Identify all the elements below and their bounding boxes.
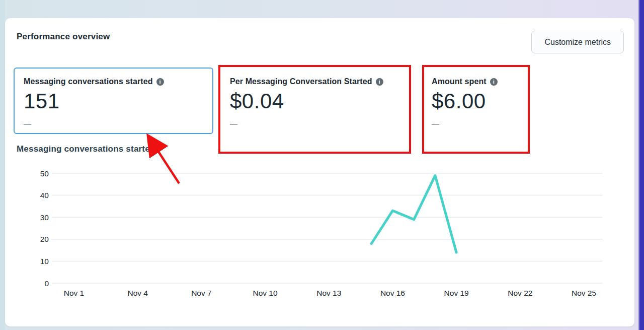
metric-label-row: Messaging conversations started i (24, 77, 207, 86)
x-axis-tick-label: Nov 7 (191, 289, 212, 297)
metric-card-amount-spent[interactable]: Amount spent i $6.00 — (422, 65, 530, 154)
metric-label: Amount spent (432, 77, 487, 86)
x-axis-tick-label: Nov 13 (316, 289, 341, 297)
metric-label: Per Messaging Conversation Started (230, 77, 372, 86)
metric-label: Messaging conversations started (24, 77, 153, 86)
x-axis-tick-label: Nov 16 (380, 289, 405, 297)
customize-metrics-button[interactable]: Customize metrics (531, 31, 624, 53)
window-edge-right-strip (638, 0, 644, 330)
metric-card-per-messaging-conversation-started[interactable]: Per Messaging Conversation Started i $0.… (218, 65, 411, 154)
metric-value: $0.04 (230, 89, 404, 113)
metric-delta: — (24, 119, 207, 127)
chart-line-series (371, 175, 456, 252)
x-axis-tick-label: Nov 4 (127, 289, 148, 297)
metric-delta: — (230, 119, 404, 127)
info-icon[interactable]: i (490, 78, 498, 86)
page-background: { "panel": { "title": "Performance overv… (0, 0, 644, 330)
info-icon[interactable]: i (376, 78, 383, 86)
x-axis-tick-label: Nov 25 (572, 289, 596, 297)
y-axis-tick-label: 20 (40, 235, 49, 243)
metric-delta: — (432, 119, 524, 127)
metric-label-row: Amount spent i (432, 77, 524, 86)
window-edge-left-strip (0, 0, 5, 330)
x-axis-tick-label: Nov 10 (253, 289, 278, 297)
performance-overview-panel: Performance overview Customize metrics M… (5, 18, 634, 326)
metric-value: $6.00 (432, 89, 524, 113)
messaging-conversations-line-chart: 01020304050Nov 1Nov 4Nov 7Nov 10Nov 13No… (5, 166, 634, 322)
y-axis-tick-label: 50 (40, 169, 49, 178)
metric-value: 151 (24, 89, 207, 113)
chart-title: Messaging conversations started (17, 144, 155, 154)
y-axis-tick-label: 0 (44, 279, 49, 288)
y-axis-tick-label: 10 (40, 257, 49, 266)
y-axis-tick-label: 40 (40, 191, 49, 200)
y-axis-tick-label: 30 (40, 213, 49, 222)
x-axis-tick-label: Nov 19 (444, 289, 469, 297)
x-axis-tick-label: Nov 22 (508, 289, 532, 297)
metric-label-row: Per Messaging Conversation Started i (230, 77, 404, 86)
metric-card-messaging-conversations-started[interactable]: Messaging conversations started i 151 — (14, 68, 213, 134)
info-icon[interactable]: i (156, 78, 164, 86)
page-title: Performance overview (17, 32, 110, 42)
x-axis-tick-label: Nov 1 (64, 289, 85, 297)
